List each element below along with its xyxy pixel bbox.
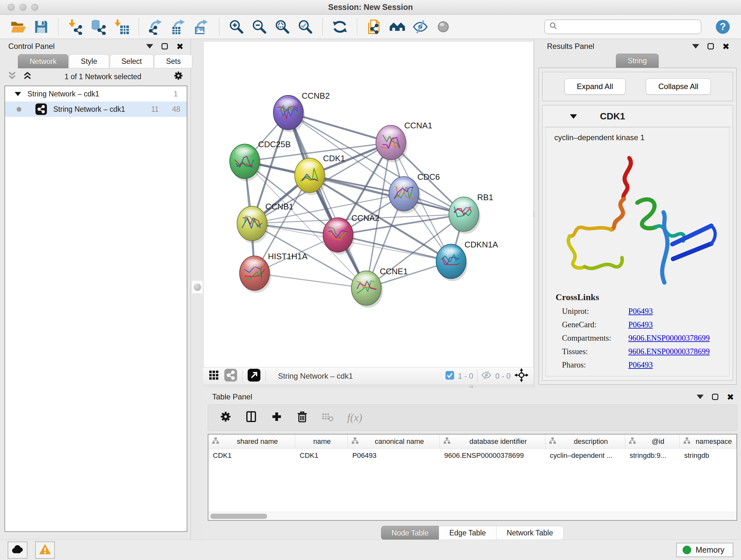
search-input[interactable] [560,22,697,31]
network-options-gear-icon[interactable] [173,71,184,83]
network-view-canvas[interactable]: CCNB2CCNA1CDC25BCDK1CDC6RB1CCNB1CCNA2CDK… [203,42,534,367]
birds-eye-view-icon[interactable] [248,369,260,383]
close-panel-icon[interactable]: ✖ [722,42,730,51]
crosslink-link[interactable]: 9606.ENSP00000378699 [628,334,710,343]
delete-column-icon[interactable] [296,411,308,425]
add-column-icon[interactable] [271,411,283,425]
import-table-file-icon[interactable] [112,17,131,37]
network-row[interactable]: String Network – cdk1 11 48 [5,102,187,117]
float-panel-icon[interactable] [161,43,168,50]
network-node-ccnb1[interactable]: CCNB1 [237,202,293,243]
network-node-cdc6[interactable]: CDC6 [389,172,440,213]
memory-button[interactable]: Memory [676,543,733,557]
panel-menu-icon[interactable] [697,395,704,399]
zoom-fit-icon[interactable] [273,17,292,37]
string-home-icon[interactable] [387,17,407,37]
column-header-description[interactable]: description [545,435,625,448]
table-horizontal-scrollbar[interactable] [208,512,737,520]
show-columns-icon[interactable] [245,411,257,425]
help-icon[interactable]: ? [713,17,733,37]
horizontal-splitter[interactable] [203,385,534,388]
render-sphere-icon[interactable] [433,17,453,37]
network-node-rb1[interactable]: RB1 [449,193,493,234]
panel-menu-icon[interactable] [146,44,153,49]
apply-layout-icon[interactable] [330,17,350,37]
column-header-databaseidentifier[interactable]: database identifier [440,435,545,448]
tab-sets[interactable]: Sets [154,54,192,68]
crosslink-link[interactable]: 9606.ENSP00000378699 [628,347,710,356]
toolbar-separator [138,18,139,36]
network-overview-icon[interactable] [224,369,237,383]
open-session-icon[interactable] [8,17,28,37]
network-graph[interactable]: CCNB2CCNA1CDC25BCDK1CDC6RB1CCNB1CCNA2CDK… [204,42,533,367]
network-node-cdc25b[interactable]: CDC25B [230,140,291,181]
traffic-lights [0,4,38,11]
network-node-ccna2[interactable]: CCNA2 [323,213,380,255]
table-options-gear-icon[interactable] [219,411,232,425]
minimize-window-icon[interactable] [19,4,26,11]
network-edge-count: 48 [172,105,180,114]
grid-view-icon[interactable] [208,370,219,382]
hidden-items-eye-icon[interactable] [481,370,491,382]
import-network-database-icon[interactable] [89,17,109,37]
crosslink-row: Compartments:9606.ENSP00000378699 [562,334,720,343]
network-node-cdk1[interactable]: CDK1 [294,154,345,195]
tab-network[interactable]: Network [18,54,68,68]
float-panel-icon[interactable] [712,394,718,400]
float-panel-icon[interactable] [708,43,714,50]
gene-expander-icon[interactable] [570,114,577,119]
tab-style[interactable]: Style [69,54,109,68]
fit-selected-crosshair-icon[interactable] [515,368,529,384]
panel-menu-icon[interactable] [692,44,699,49]
svg-text:CDC6: CDC6 [417,172,440,181]
tab-string[interactable]: String [616,54,659,68]
column-header-name[interactable]: name [295,435,348,448]
zoom-selected-icon[interactable] [295,17,315,37]
column-header-id[interactable]: @id [625,435,680,448]
import-network-file-icon[interactable] [66,17,85,37]
table-cell: P06493 [348,451,440,460]
network-bullet-icon [17,107,21,112]
zoom-out-icon[interactable] [250,17,269,37]
close-panel-icon[interactable]: ✖ [727,393,734,401]
clone-network-icon[interactable] [364,17,384,37]
warnings-button[interactable] [35,542,55,559]
network-node-ccnb2[interactable]: CCNB2 [273,91,330,132]
maximize-window-icon[interactable] [31,4,38,11]
collapse-all-button[interactable]: Collapse All [646,78,711,95]
network-node-ccne1[interactable]: CCNE1 [351,267,408,308]
export-image-icon[interactable] [192,17,212,37]
collection-expander-icon[interactable] [15,92,21,96]
crosslink-link[interactable]: P06493 [628,320,653,329]
network-node-hist1h1a[interactable]: HIST1H1A [240,252,308,293]
svg-text:CCNE1: CCNE1 [380,267,408,276]
tab-node-table[interactable]: Node Table [381,526,439,540]
tab-select[interactable]: Select [110,54,154,68]
cloud-status-button[interactable] [8,542,27,559]
scrollbar-thumb[interactable] [210,514,267,519]
table-panel-title: Table Panel [212,392,252,401]
hide-unhide-eye-icon[interactable] [410,17,430,37]
export-network-icon[interactable] [146,17,166,37]
collapse-all-networks-icon[interactable] [7,71,17,83]
expand-all-button[interactable]: Expand All [564,78,625,95]
network-node-cdkn1a[interactable]: CDKN1A [436,240,498,281]
table-row[interactable]: CDK1CDK1P064939606.ENSP00000378699cyclin… [208,449,737,462]
zoom-in-icon[interactable] [226,17,246,37]
save-session-icon[interactable] [31,17,51,37]
column-header-canonicalname[interactable]: canonical name [348,435,440,448]
left-splitter-handle[interactable] [192,280,203,294]
export-table-icon[interactable] [169,17,189,37]
column-header-sharedname[interactable]: shared name [208,435,295,448]
tab-network-table[interactable]: Network Table [496,526,563,540]
network-collection-row[interactable]: String Network – cdk1 1 [5,86,187,102]
column-header-namespace[interactable]: namespace [680,435,737,448]
crosslink-link[interactable]: P06493 [628,307,653,316]
close-panel-icon[interactable]: ✖ [176,42,184,51]
close-window-icon[interactable] [8,4,15,11]
collection-count: 1 [174,90,178,98]
selected-items-checkbox-icon[interactable] [446,371,454,381]
tab-edge-table[interactable]: Edge Table [439,526,496,540]
expand-all-networks-icon[interactable] [22,71,32,83]
crosslink-link[interactable]: P06493 [628,361,653,369]
